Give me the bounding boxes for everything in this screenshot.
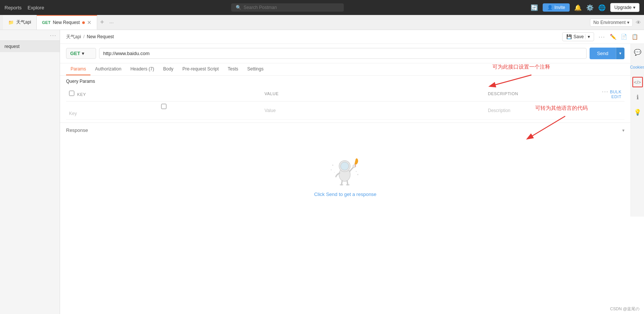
row-checkbox[interactable] <box>69 104 259 109</box>
header-more-icon[interactable]: ··· <box>599 34 605 40</box>
request-row: GET ▾ Send ▾ Params Authorization Header… <box>60 44 644 217</box>
tab-authorization[interactable]: Authorization <box>90 63 126 75</box>
tab-method: GET <box>42 20 51 25</box>
key-input[interactable] <box>69 110 259 117</box>
astronaut-illustration <box>327 148 364 185</box>
svg-point-2 <box>341 162 349 170</box>
svg-point-8 <box>357 174 358 175</box>
tab-pre-request[interactable]: Pre-request Script <box>178 63 223 75</box>
search-container: 🔍 <box>50 3 525 12</box>
settings-icon[interactable]: ⚙️ <box>586 4 594 11</box>
bulk-edit-button[interactable]: Bulk Edit <box>610 90 621 99</box>
response-body: Click Send to get a response <box>66 133 624 212</box>
sidebar-request-label: request <box>5 44 20 49</box>
col-actions-header: ··· Bulk Edit <box>597 86 624 102</box>
search-bar[interactable]: 🔍 <box>231 3 344 12</box>
env-caret: ▾ <box>627 20 629 25</box>
col-value-header: VALUE <box>262 86 485 102</box>
tab-headers[interactable]: Headers (7) <box>126 63 158 75</box>
lightbulb-icon[interactable]: 💡 <box>632 107 643 117</box>
tab-body[interactable]: Body <box>159 63 178 75</box>
cookies-label[interactable]: Cookies <box>630 65 644 69</box>
search-icon: 🔍 <box>236 5 241 10</box>
svg-point-7 <box>356 171 357 172</box>
request-tab[interactable]: GET New Request ✕ <box>37 15 97 30</box>
user-avatar[interactable]: 🌐 <box>598 4 606 11</box>
tab-modified-dot <box>82 21 85 24</box>
response-title: Response <box>66 127 88 133</box>
document-icon[interactable]: 📄 <box>621 34 627 40</box>
request-main: GET ▾ Send ▾ Params Authorization Header… <box>60 44 630 217</box>
url-input[interactable] <box>99 48 587 59</box>
svg-point-6 <box>334 172 335 173</box>
request-line: GET ▾ Send ▾ <box>60 44 630 63</box>
sidebar-toolbar: ··· <box>0 30 60 41</box>
save-button[interactable]: 💾 Save ▾ <box>562 32 594 41</box>
tab-settings[interactable]: Settings <box>243 63 268 75</box>
query-params-title: Query Params <box>66 79 624 84</box>
method-label: GET <box>70 51 80 56</box>
cookies-icon[interactable]: Cookies <box>632 62 643 72</box>
invite-button[interactable]: 👤 Invite <box>543 3 570 12</box>
key-cell <box>66 102 262 120</box>
col-key-header: KEY <box>66 86 262 102</box>
collection-icon: 📁 <box>8 20 14 25</box>
request-tabs: Params Authorization Headers (7) Body Pr… <box>60 63 630 76</box>
tab-tests[interactable]: Tests <box>223 63 243 75</box>
invite-icon: 👤 <box>547 5 553 10</box>
params-table: KEY VALUE DESCRIPTION ··· Bulk Edit <box>66 86 624 120</box>
collection-tab[interactable]: 📁 天气api <box>3 15 37 30</box>
search-input[interactable] <box>244 5 339 10</box>
params-more-icon[interactable]: ··· <box>602 88 609 94</box>
explore-link[interactable]: Explore <box>28 5 44 10</box>
method-caret: ▾ <box>82 51 84 56</box>
upgrade-button[interactable]: Upgrade ▾ <box>610 3 639 12</box>
breadcrumb-separator: / <box>83 34 84 39</box>
send-button[interactable]: Send <box>590 48 616 59</box>
env-label: No Environment <box>593 20 626 25</box>
collection-tab-label: 天气api <box>16 19 31 25</box>
tab-params[interactable]: Params <box>66 63 90 75</box>
tab-overflow-menu[interactable]: ··· <box>107 19 116 25</box>
main-layout: ··· request 天气api / New Request 💾 Save ▾… <box>0 30 644 314</box>
tab-close-icon[interactable]: ✕ <box>87 19 92 25</box>
empty-state: Click Send to get a response <box>314 148 376 197</box>
environment-selector[interactable]: No Environment ▾ <box>590 18 633 27</box>
upgrade-caret: ▾ <box>633 5 635 10</box>
desc-input[interactable] <box>488 107 594 114</box>
sync-icon[interactable]: 🔄 <box>531 4 538 11</box>
response-section: Response ▾ <box>60 123 630 217</box>
edit-icon[interactable]: ✏️ <box>610 34 616 40</box>
value-cell <box>262 102 485 120</box>
new-tab-button[interactable]: + <box>97 18 107 26</box>
nav-actions: 🔄 👤 Invite 🔔 ⚙️ 🌐 Upgrade ▾ <box>531 3 639 12</box>
method-selector[interactable]: GET ▾ <box>66 48 96 59</box>
reports-link[interactable]: Reports <box>5 5 22 10</box>
svg-point-4 <box>332 164 333 166</box>
env-eye-icon[interactable]: 👁 <box>636 19 641 25</box>
save-icon: 💾 <box>566 34 572 39</box>
select-all-checkbox[interactable] <box>69 91 74 96</box>
click-send-label[interactable]: Click Send to get a response <box>314 191 376 197</box>
save-caret[interactable]: ▾ <box>585 34 590 39</box>
breadcrumb-parent[interactable]: 天气api <box>66 34 81 40</box>
table-row <box>66 102 624 120</box>
row-actions <box>597 102 624 120</box>
info-icon[interactable]: ℹ <box>632 92 643 102</box>
header-right-icon[interactable]: 📋 <box>632 34 638 40</box>
response-collapse-icon[interactable]: ▾ <box>622 128 624 133</box>
sidebar: ··· request <box>0 30 60 314</box>
comment-panel-icon[interactable]: 💬 <box>632 47 643 57</box>
footer-text: CSDN @蓝尾の <box>610 306 639 312</box>
sidebar-more-menu[interactable]: ··· <box>50 32 57 38</box>
desc-cell <box>485 102 597 120</box>
send-caret-button[interactable]: ▾ <box>616 48 624 59</box>
value-input[interactable] <box>265 107 482 114</box>
code-snippet-icon[interactable]: </> <box>632 77 643 87</box>
sidebar-item-request[interactable]: request <box>0 41 60 52</box>
content-area: 天气api / New Request 💾 Save ▾ ··· ✏️ 📄 📋 <box>60 30 644 314</box>
notifications-icon[interactable]: 🔔 <box>574 4 582 11</box>
response-header: Response ▾ <box>66 127 624 133</box>
nav-links: Reports Explore <box>5 5 44 10</box>
request-tab-label: New Request <box>53 20 80 25</box>
